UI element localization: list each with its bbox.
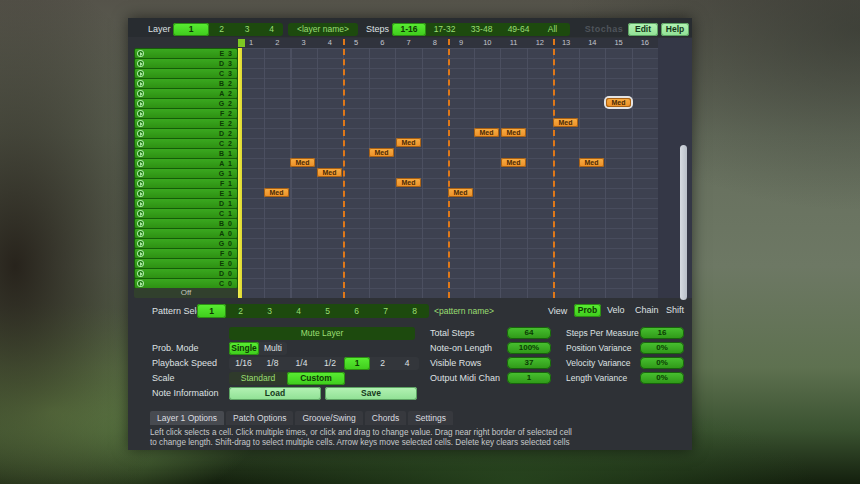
grid-cell[interactable]: Med <box>474 128 499 137</box>
steps-button-33-48[interactable]: 33-48 <box>463 23 500 36</box>
grid-cell[interactable]: Med <box>396 178 421 187</box>
tab-chords[interactable]: Chords <box>365 411 406 425</box>
speed-2[interactable]: 2 <box>370 357 395 370</box>
steps-per-measure-value[interactable]: 16 <box>640 327 684 339</box>
play-note-icon <box>137 120 144 127</box>
tab-patch-options[interactable]: Patch Options <box>226 411 293 425</box>
steps-button-49-64[interactable]: 49-64 <box>500 23 537 36</box>
play-note-icon <box>137 130 144 137</box>
length-variance-value[interactable]: 0% <box>640 372 684 384</box>
grid-scrollbar[interactable] <box>680 145 687 300</box>
grid-cell[interactable]: Med <box>369 148 394 157</box>
grid-cell[interactable]: Med <box>264 188 289 197</box>
note-label: E 1 <box>144 190 237 197</box>
save-button[interactable]: Save <box>325 387 417 400</box>
note-label: F 1 <box>144 180 237 187</box>
scale-custom[interactable]: Custom <box>287 372 345 385</box>
play-note-icon <box>137 200 144 207</box>
pattern-button-4[interactable]: 4 <box>284 304 313 318</box>
pattern-selector: 1 2 3 4 5 6 7 8 <box>197 304 429 318</box>
tab-layer-1-options[interactable]: Layer 1 Options <box>150 411 224 425</box>
speed-1[interactable]: 1 <box>344 357 370 370</box>
grid-cell[interactable]: Med <box>579 158 604 167</box>
step-header: 8 <box>422 38 448 48</box>
layer-button-2[interactable]: 2 <box>209 23 234 36</box>
step-header: 7 <box>396 38 422 48</box>
view-button-prob[interactable]: Prob <box>574 304 601 317</box>
speed-1-2[interactable]: 1/2 <box>316 357 344 370</box>
layer-button-3[interactable]: 3 <box>234 23 260 36</box>
measure-line <box>553 39 555 298</box>
pattern-button-2[interactable]: 2 <box>226 304 255 318</box>
mute-layer-button[interactable]: Mute Layer <box>229 327 415 340</box>
prob-mode-multi[interactable]: Multi <box>259 342 287 355</box>
note-label: F 2 <box>144 110 237 117</box>
grid-cell[interactable]: Med <box>317 168 342 177</box>
speed-1-16[interactable]: 1/16 <box>229 357 258 370</box>
grid-cell-selected[interactable]: Med <box>606 98 631 107</box>
visible-rows-label: Visible Rows <box>430 357 481 370</box>
total-steps-label: Total Steps <box>430 327 475 340</box>
pattern-button-3[interactable]: 3 <box>255 304 284 318</box>
position-variance-label: Position Variance <box>566 342 632 355</box>
position-variance-value[interactable]: 0% <box>640 342 684 354</box>
pattern-button-7[interactable]: 7 <box>371 304 400 318</box>
measure-line <box>448 39 450 298</box>
edit-button[interactable]: Edit <box>628 23 658 36</box>
note-label: D 3 <box>144 60 237 67</box>
scale-standard[interactable]: Standard <box>229 372 287 385</box>
step-header: 6 <box>369 38 395 48</box>
off-row[interactable]: Off <box>134 288 238 298</box>
output-midi-chan-value[interactable]: 1 <box>507 372 551 384</box>
step-header: 11 <box>501 38 527 48</box>
grid-cell[interactable]: Med <box>290 158 315 167</box>
note-label: G 1 <box>144 170 237 177</box>
view-button-chain[interactable]: Chain <box>635 304 659 317</box>
grid-cell[interactable]: Med <box>501 128 526 137</box>
view-button-velo[interactable]: Velo <box>607 304 625 317</box>
play-note-icon <box>137 110 144 117</box>
pattern-button-1[interactable]: 1 <box>197 304 226 318</box>
pattern-button-5[interactable]: 5 <box>313 304 342 318</box>
length-variance-label: Length Variance <box>566 372 627 385</box>
note-label: G 2 <box>144 100 237 107</box>
visible-rows-value[interactable]: 37 <box>507 357 551 369</box>
step-header: 2 <box>264 38 290 48</box>
total-steps-value[interactable]: 64 <box>507 327 551 339</box>
view-label: View <box>548 305 567 318</box>
layer-name-field[interactable]: <layer name> <box>288 23 358 36</box>
steps-button-1-16[interactable]: 1-16 <box>392 23 426 36</box>
note-on-length-value[interactable]: 100% <box>507 342 551 354</box>
layer-button-4[interactable]: 4 <box>260 23 283 36</box>
note-label: D 1 <box>144 200 237 207</box>
speed-4[interactable]: 4 <box>395 357 419 370</box>
steps-button-all[interactable]: All <box>537 23 568 36</box>
grid-cell[interactable]: Med <box>396 138 421 147</box>
play-note-icon <box>137 210 144 217</box>
play-note-icon <box>137 60 144 67</box>
play-note-icon <box>137 70 144 77</box>
load-button[interactable]: Load <box>229 387 321 400</box>
prob-mode-single[interactable]: Single <box>229 342 259 355</box>
tab-groove-swing[interactable]: Groove/Swing <box>295 411 362 425</box>
view-button-shift[interactable]: Shift <box>666 304 684 317</box>
play-note-icon <box>137 160 144 167</box>
grid-cell[interactable]: Med <box>553 118 578 127</box>
playback-speed-label: Playback Speed <box>152 357 217 370</box>
steps-button-17-32[interactable]: 17-32 <box>426 23 463 36</box>
tab-settings[interactable]: Settings <box>408 411 453 425</box>
step-header: 9 <box>448 38 474 48</box>
pattern-button-8[interactable]: 8 <box>400 304 429 318</box>
pattern-name-field[interactable]: <pattern name> <box>434 305 494 318</box>
grid-cell[interactable]: Med <box>448 188 473 197</box>
grid-cell[interactable]: Med <box>501 158 526 167</box>
speed-1-4[interactable]: 1/4 <box>287 357 316 370</box>
layer-button-1[interactable]: 1 <box>173 23 209 36</box>
help-button[interactable]: Help <box>661 23 689 36</box>
velocity-variance-value[interactable]: 0% <box>640 357 684 369</box>
speed-1-8[interactable]: 1/8 <box>258 357 287 370</box>
play-note-icon <box>137 80 144 87</box>
pattern-button-6[interactable]: 6 <box>342 304 371 318</box>
play-note-icon <box>137 220 144 227</box>
step-header: 13 <box>553 38 579 48</box>
